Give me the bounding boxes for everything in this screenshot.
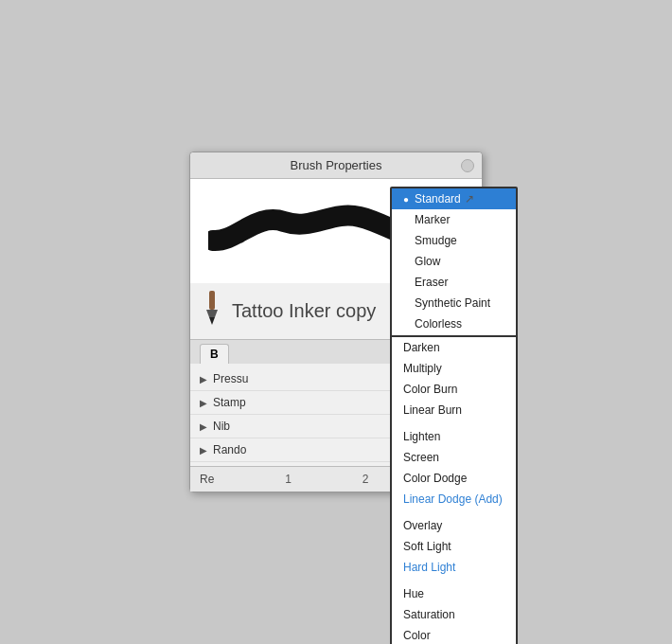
- dropdown-item-synthetic-paint[interactable]: ● Synthetic Paint: [392, 293, 516, 313]
- item-label-hue: Hue: [403, 587, 424, 600]
- item-label-synthetic-paint: Synthetic Paint: [415, 296, 490, 310]
- page-1: 1: [285, 473, 292, 486]
- item-label-saturation: Saturation: [403, 608, 455, 621]
- dropdown-top-container: ● Standard ↗ ● Marker ● Smudge ● Glow ● …: [390, 187, 518, 357]
- item-label-color-burn: Color Burn: [403, 383, 457, 396]
- item-label-smudge: Smudge: [415, 234, 457, 247]
- dropdown-item-hue[interactable]: Hue: [392, 583, 516, 604]
- item-label-color-dodge: Color Dodge: [403, 472, 467, 485]
- item-label-lighten: Lighten: [403, 430, 440, 443]
- dropdown-item-linear-burn[interactable]: Linear Burn: [392, 400, 516, 420]
- dropdown-top: ● Standard ↗ ● Marker ● Smudge ● Glow ● …: [390, 187, 518, 357]
- arrow-icon: ▶: [200, 445, 207, 456]
- pressure-label: Pressu: [213, 372, 248, 385]
- item-label-hard-light: Hard Light: [403, 561, 455, 574]
- dropdown-item-saturation[interactable]: Saturation: [392, 604, 516, 625]
- item-label-multiply: Multiply: [403, 362, 442, 375]
- cursor-icon: ↗: [465, 192, 474, 206]
- svg-marker-2: [209, 317, 215, 325]
- random-label: Rando: [213, 443, 246, 456]
- item-label-overlay: Overlay: [403, 519, 442, 532]
- window-title: Brush Properties: [291, 158, 382, 172]
- stamp-label: Stamp: [213, 396, 246, 409]
- brush-name: Tattoo Inker copy: [232, 300, 376, 322]
- item-label-marker: Marker: [415, 213, 450, 226]
- dropdown-item-screen[interactable]: Screen: [392, 447, 516, 468]
- item-label-linear-burn: Linear Burn: [403, 403, 462, 417]
- page-2: 2: [363, 473, 369, 486]
- arrow-icon: ▶: [200, 421, 207, 432]
- dot-icon: ●: [403, 194, 409, 205]
- svg-marker-1: [206, 310, 218, 317]
- nib-label: Nib: [213, 420, 230, 433]
- dropdown-item-lighten[interactable]: Lighten: [392, 426, 516, 447]
- title-bar: Brush Properties: [190, 152, 482, 179]
- dropdown-item-standard[interactable]: ● Standard ↗: [392, 188, 516, 209]
- dropdown-item-color-dodge[interactable]: Color Dodge: [392, 468, 516, 489]
- dropdown-item-soft-light[interactable]: Soft Light: [392, 536, 516, 557]
- item-label-glow: Glow: [415, 255, 440, 268]
- svg-rect-0: [209, 291, 215, 310]
- dropdown-item-overlay[interactable]: Overlay: [392, 515, 516, 536]
- item-label-eraser: Eraser: [415, 276, 448, 289]
- close-button[interactable]: [461, 159, 474, 172]
- dropdown-item-smudge[interactable]: ● Smudge: [392, 230, 516, 251]
- dropdown-item-hard-light[interactable]: Hard Light: [392, 557, 516, 578]
- dropdown-bottom: Darken Multiply Color Burn Linear Burn L…: [390, 335, 518, 644]
- dropdown-item-glow[interactable]: ● Glow: [392, 251, 516, 272]
- item-label-soft-light: Soft Light: [403, 540, 451, 553]
- tab-basic[interactable]: B: [200, 344, 229, 364]
- item-label-standard: Standard: [415, 192, 461, 206]
- dropdown-bottom-container: Darken Multiply Color Burn Linear Burn L…: [390, 333, 518, 644]
- item-label-screen: Screen: [403, 451, 439, 464]
- dropdown-item-linear-dodge[interactable]: Linear Dodge (Add): [392, 489, 516, 510]
- item-label-colorless: Colorless: [415, 317, 462, 331]
- arrow-icon: ▶: [200, 374, 207, 385]
- item-label-darken: Darken: [403, 341, 440, 354]
- dropdown-item-eraser[interactable]: ● Eraser: [392, 272, 516, 293]
- dropdown-item-color[interactable]: Color: [392, 625, 516, 644]
- dropdown-item-darken[interactable]: Darken: [392, 337, 516, 358]
- reset-button[interactable]: Re: [200, 473, 214, 486]
- arrow-icon: ▶: [200, 398, 207, 408]
- brush-icon: [202, 291, 222, 331]
- dropdown-item-multiply[interactable]: Multiply: [392, 358, 516, 379]
- dropdown-item-marker[interactable]: ● Marker: [392, 209, 516, 230]
- dropdown-item-colorless[interactable]: ● Colorless: [392, 313, 516, 334]
- item-label-linear-dodge: Linear Dodge (Add): [403, 492, 503, 506]
- item-label-color: Color: [403, 629, 431, 642]
- dropdown-item-color-burn[interactable]: Color Burn: [392, 379, 516, 400]
